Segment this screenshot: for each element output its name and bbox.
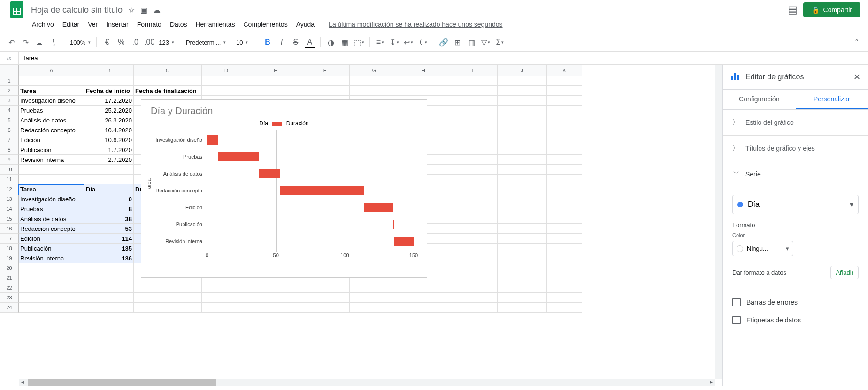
cell-B22[interactable] xyxy=(84,283,134,293)
cell-E23[interactable] xyxy=(251,293,300,303)
cell-F22[interactable] xyxy=(300,283,350,293)
cell-J13[interactable] xyxy=(498,194,547,204)
cell-I5[interactable] xyxy=(448,115,498,125)
borders-button[interactable]: ▦ xyxy=(338,36,352,49)
cell-A2[interactable]: Tarea xyxy=(19,86,84,96)
redo-button[interactable]: ↷ xyxy=(19,36,32,49)
cell-J19[interactable] xyxy=(498,253,547,263)
cell-K14[interactable] xyxy=(547,204,582,214)
cell-J9[interactable] xyxy=(498,155,547,165)
cell-J10[interactable] xyxy=(498,165,547,175)
cell-B19[interactable]: 136 xyxy=(84,253,134,263)
row-header-16[interactable]: 16 xyxy=(0,224,19,234)
cell-G1[interactable] xyxy=(350,76,399,86)
row-header-12[interactable]: 12 xyxy=(0,184,19,194)
bold-button[interactable]: B xyxy=(261,36,274,49)
col-header-A[interactable]: A xyxy=(19,65,84,76)
cell-D24[interactable] xyxy=(202,303,251,313)
cell-E1[interactable] xyxy=(251,76,300,86)
sheets-logo[interactable] xyxy=(8,0,26,19)
cell-I20[interactable] xyxy=(448,263,498,273)
zoom-select[interactable]: 100% xyxy=(68,39,92,46)
cell-F24[interactable] xyxy=(300,303,350,313)
cell-B7[interactable]: 10.6.2020 xyxy=(84,135,134,145)
cell-J4[interactable] xyxy=(498,106,547,115)
cell-J16[interactable] xyxy=(498,224,547,234)
color-select[interactable]: Ningu... ▾ xyxy=(732,241,793,256)
cell-A21[interactable] xyxy=(19,273,84,283)
cell-J17[interactable] xyxy=(498,234,547,244)
star-icon[interactable]: ☆ xyxy=(128,6,135,15)
cell-B15[interactable]: 38 xyxy=(84,214,134,224)
doc-title[interactable]: Hoja de cálculo sin título xyxy=(31,5,123,15)
number-format-select[interactable]: 123 xyxy=(157,39,176,46)
row-header-15[interactable]: 15 xyxy=(0,214,19,224)
cell-A5[interactable]: Análisis de datos xyxy=(19,115,84,125)
row-header-13[interactable]: 13 xyxy=(0,194,19,204)
cell-A13[interactable]: Investigación diseño xyxy=(19,194,84,204)
strike-button[interactable]: S xyxy=(289,36,302,49)
cell-K2[interactable] xyxy=(547,86,582,96)
cell-J2[interactable] xyxy=(498,86,547,96)
cell-E24[interactable] xyxy=(251,303,300,313)
cell-H24[interactable] xyxy=(399,303,448,313)
cell-J14[interactable] xyxy=(498,204,547,214)
cell-K11[interactable] xyxy=(547,175,582,184)
cell-A1[interactable] xyxy=(19,76,84,86)
cell-B11[interactable] xyxy=(84,175,134,184)
cell-A19[interactable]: Revisión interna xyxy=(19,253,84,263)
row-header-7[interactable]: 7 xyxy=(0,135,19,145)
row-header-4[interactable]: 4 xyxy=(0,106,19,115)
cell-J12[interactable] xyxy=(498,184,547,194)
cell-K21[interactable] xyxy=(547,273,582,283)
wrap-button[interactable]: ↩ xyxy=(402,36,415,49)
cell-I9[interactable] xyxy=(448,155,498,165)
cell-J20[interactable] xyxy=(498,263,547,273)
cell-F23[interactable] xyxy=(300,293,350,303)
row-header-5[interactable]: 5 xyxy=(0,115,19,125)
menu-complementos[interactable]: Complementos xyxy=(239,19,291,30)
cell-A12[interactable]: Tarea xyxy=(19,184,84,194)
text-color-button[interactable]: A xyxy=(303,36,316,49)
col-header-B[interactable]: B xyxy=(84,65,134,76)
error-bars-checkbox[interactable]: Barras de errores xyxy=(732,293,859,311)
row-header-9[interactable]: 9 xyxy=(0,155,19,165)
cell-H23[interactable] xyxy=(399,293,448,303)
cell-B21[interactable] xyxy=(84,273,134,283)
cell-A3[interactable]: Investigación diseño xyxy=(19,96,84,106)
cell-B8[interactable]: 1.7.2020 xyxy=(84,145,134,155)
cell-A9[interactable]: Revisión interna xyxy=(19,155,84,165)
sheet-area[interactable]: ABCDEFGHIJK 1234567891011121314151617181… xyxy=(0,65,722,386)
col-header-D[interactable]: D xyxy=(202,65,251,76)
print-button[interactable]: 🖶 xyxy=(33,36,46,49)
comment-button[interactable]: ⊞ xyxy=(451,36,464,49)
cell-J6[interactable] xyxy=(498,125,547,135)
cell-C22[interactable] xyxy=(134,283,202,293)
cell-A7[interactable]: Edición xyxy=(19,135,84,145)
undo-button[interactable]: ↶ xyxy=(5,36,18,49)
row-header-11[interactable]: 11 xyxy=(0,175,19,184)
row-header-14[interactable]: 14 xyxy=(0,204,19,214)
formula-input[interactable]: Tarea xyxy=(19,54,868,61)
cell-I7[interactable] xyxy=(448,135,498,145)
cell-K22[interactable] xyxy=(547,283,582,293)
cell-B2[interactable]: Fecha de inicio xyxy=(84,86,134,96)
cell-I2[interactable] xyxy=(448,86,498,96)
cell-G22[interactable] xyxy=(350,283,399,293)
cell-K1[interactable] xyxy=(547,76,582,86)
cell-A10[interactable] xyxy=(19,165,84,175)
row-header-18[interactable]: 18 xyxy=(0,244,19,253)
cell-K10[interactable] xyxy=(547,165,582,175)
cell-B9[interactable]: 2.7.2020 xyxy=(84,155,134,165)
cell-J8[interactable] xyxy=(498,145,547,155)
cell-I6[interactable] xyxy=(448,125,498,135)
cell-J24[interactable] xyxy=(498,303,547,313)
tab-personalizar[interactable]: Personalizar xyxy=(796,90,868,109)
select-all-corner[interactable] xyxy=(0,65,19,76)
last-modified[interactable]: La última modificación se ha realizado h… xyxy=(325,19,506,30)
cell-J21[interactable] xyxy=(498,273,547,283)
row-header-24[interactable]: 24 xyxy=(0,303,19,313)
cell-J3[interactable] xyxy=(498,96,547,106)
cell-H2[interactable] xyxy=(399,86,448,96)
cell-C1[interactable] xyxy=(134,76,202,86)
